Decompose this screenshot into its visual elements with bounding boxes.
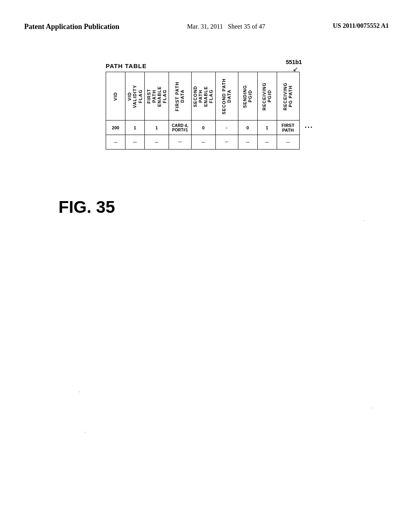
decorative-dot-4: · xyxy=(371,405,373,411)
publication-date-sheet: Mar. 31, 2011 Sheet 35 of 47 xyxy=(187,22,265,31)
col-header-first-path-enable-flag: FIRSTPATHENABLEFLAG xyxy=(145,72,169,121)
cell-dots-vid-validity: ··· xyxy=(125,135,145,150)
cell-receiving-pg-path: FIRST PATH xyxy=(277,121,299,135)
col-header-vid: VID xyxy=(106,72,125,121)
decorative-dot-3: · xyxy=(363,218,365,224)
publication-label: Patent Application Publication xyxy=(24,22,119,31)
cell-second-path-enable-flag: 0 xyxy=(191,121,215,135)
cell-dots-receiving-pgid: ··· xyxy=(257,135,277,150)
decorative-dot-1: · xyxy=(79,389,80,395)
cell-dots-first-data: ··· xyxy=(169,135,191,150)
cell-dots-second-data: ··· xyxy=(215,135,238,150)
cell-receiving-pgid: 1 xyxy=(257,121,277,135)
cell-second-path-data: - xyxy=(215,121,238,135)
col-header-second-path-enable-flag: SECONDPATHENABLEFLAG xyxy=(191,72,215,121)
reference-label: 551b1 xyxy=(286,59,302,65)
col-header-first-path-data: FIRST PATHDATA xyxy=(169,72,191,121)
table-row: 200 1 1 CARD d, PORT#1 0 - 0 1 FIRST PAT… xyxy=(106,121,319,135)
cell-first-path-data: CARD d, PORT#1 xyxy=(169,121,191,135)
decorative-dot-2: · xyxy=(85,429,86,435)
cell-dots-first-flag: ··· xyxy=(145,135,169,150)
path-table: VID VIDVALIDITYFLAG FIRSTPATHENABLEFLAG … xyxy=(106,72,319,150)
cell-dots-receiving-path: ··· xyxy=(277,135,299,150)
col-header-ellipsis xyxy=(299,72,319,121)
col-header-second-path-data: SECOND PATH DATA xyxy=(215,72,238,121)
cell-first-path-enable-flag: 1 xyxy=(145,121,169,135)
col-header-sending-pgid: SENDINGPGID xyxy=(238,72,257,121)
col-header-receiving-pgid: RECEIVINGPGID xyxy=(257,72,277,121)
col-header-receiving-pg-path: RECEIVINGPG PATH xyxy=(277,72,299,121)
cell-dots-vid: ··· xyxy=(106,135,125,150)
cell-dots-sending: ··· xyxy=(238,135,257,150)
cell-dots-end xyxy=(299,135,319,150)
cell-dots-second-flag: ··· xyxy=(191,135,215,150)
col-header-vid-validity-flag: VIDVALIDITYFLAG xyxy=(125,72,145,121)
publication-number: US 2011/0075552 A1 xyxy=(333,22,389,29)
cell-sending-pgid: 0 xyxy=(238,121,257,135)
table-row-dots: ··· ··· ··· ··· ··· ··· ··· ··· ··· xyxy=(106,135,319,150)
cell-vid: 200 xyxy=(106,121,125,135)
cell-vid-validity-flag: 1 xyxy=(125,121,145,135)
cell-ellipsis-row1: ··· xyxy=(299,121,319,135)
path-table-container: PATH TABLE 551b1 ↙ VID VIDVALIDITYFLAG F… xyxy=(106,62,319,151)
figure-label: FIG. 35 xyxy=(58,197,115,217)
